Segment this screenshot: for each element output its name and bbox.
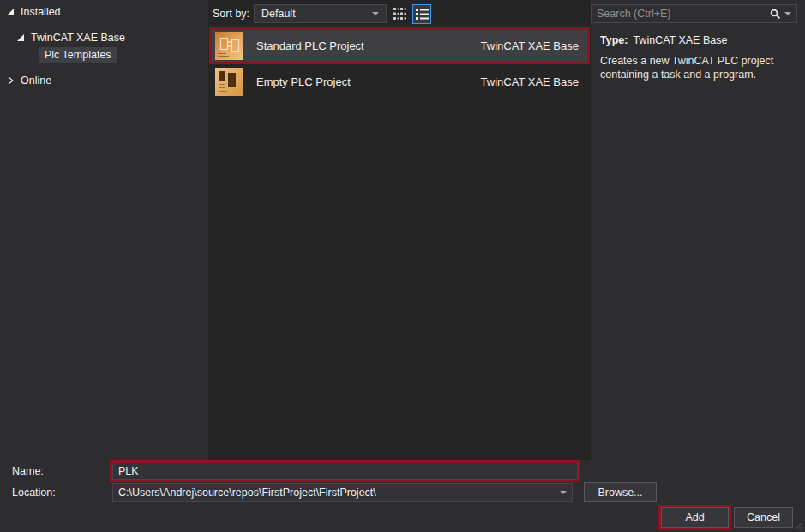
template-row-empty-plc-project[interactable]: Empty PLC Project TwinCAT XAE Base	[212, 66, 587, 97]
list-view-icon	[416, 9, 429, 20]
details-panel: Type:TwinCAT XAE Base Creates a new Twin…	[591, 0, 805, 460]
list-view-button[interactable]	[412, 4, 431, 24]
collapsed-triangle-icon	[7, 76, 15, 85]
list-toolbar: Sort by: Default	[208, 0, 591, 27]
tree-item-label: TwinCAT XAE Base	[31, 32, 125, 44]
cancel-button[interactable]: Cancel	[734, 507, 793, 528]
template-description: Creates a new TwinCAT PLC project contai…	[600, 54, 790, 81]
project-name-input[interactable]	[112, 463, 578, 480]
type-label: Type:	[600, 34, 628, 46]
search-controls[interactable]	[770, 9, 796, 20]
browse-button[interactable]: Browse...	[584, 482, 657, 502]
tree-item-installed[interactable]: Installed	[7, 6, 61, 18]
name-label: Name:	[12, 465, 44, 477]
tree-item-plc-templates[interactable]: Plc Templates	[39, 47, 117, 63]
add-button[interactable]: Add	[661, 507, 729, 528]
annotation-box-name-field	[110, 460, 580, 482]
location-combobox[interactable]	[112, 483, 573, 502]
tree-item-label: Installed	[21, 6, 61, 18]
template-platform: TwinCAT XAE Base	[481, 39, 579, 52]
template-tree-panel: Installed TwinCAT XAE Base Plc Templates…	[0, 0, 208, 460]
chevron-down-icon	[784, 12, 791, 15]
sort-by-dropdown[interactable]: Default	[254, 4, 387, 23]
location-dropdown-button[interactable]	[555, 491, 572, 494]
resize-grip[interactable]	[792, 519, 803, 530]
template-row-standard-plc-project[interactable]: Standard PLC Project TwinCAT XAE Base	[212, 30, 587, 62]
tree-item-online[interactable]: Online	[7, 75, 51, 87]
search-input[interactable]	[592, 8, 770, 20]
chevron-down-icon	[560, 491, 567, 494]
sort-by-value: Default	[261, 8, 296, 20]
tree-item-label: Plc Templates	[45, 49, 111, 61]
search-icon	[770, 9, 781, 20]
template-name: Empty PLC Project	[256, 75, 351, 88]
annotation-box-standard-plc-project: Standard PLC Project TwinCAT XAE Base	[209, 27, 590, 64]
expanded-triangle-icon	[17, 34, 25, 42]
dialog-footer: Name: Location: Browse... Add Cancel	[0, 460, 805, 532]
tree-item-twincat-xae-base[interactable]: TwinCAT XAE Base	[17, 32, 125, 44]
location-label: Location:	[12, 487, 56, 499]
small-icons-view-button[interactable]	[391, 4, 410, 24]
template-list-panel: Sort by: Default	[208, 0, 591, 460]
small-icons-icon	[393, 8, 407, 21]
template-name: Standard PLC Project	[256, 39, 364, 52]
type-value: TwinCAT XAE Base	[633, 34, 727, 46]
add-new-project-dialog: Installed TwinCAT XAE Base Plc Templates…	[0, 0, 805, 532]
location-input[interactable]	[113, 487, 555, 499]
search-box[interactable]	[591, 4, 797, 23]
template-platform: TwinCAT XAE Base	[481, 75, 579, 88]
chevron-down-icon	[372, 12, 379, 15]
annotation-box-add-button: Add	[658, 505, 731, 530]
tree-item-label: Online	[21, 75, 51, 87]
standard-plc-project-icon	[215, 32, 243, 60]
template-type-row: Type:TwinCAT XAE Base	[600, 34, 727, 46]
expanded-triangle-icon	[7, 9, 15, 16]
empty-plc-project-icon	[215, 68, 243, 96]
sort-by-label: Sort by:	[213, 8, 249, 20]
